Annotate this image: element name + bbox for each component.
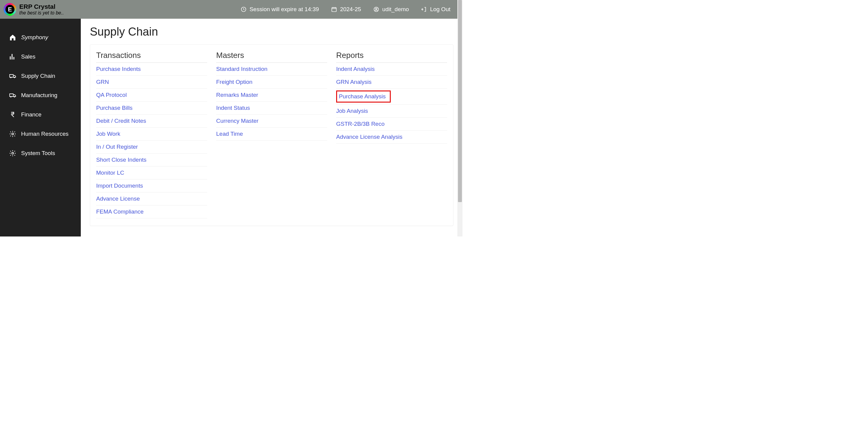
sidebar-item-label: Symphony	[21, 34, 48, 41]
link-purchase-analysis[interactable]: Purchase Analysis	[336, 89, 447, 105]
svg-point-9	[12, 152, 13, 154]
sidebar-item-symphony[interactable]: Symphony	[0, 28, 81, 47]
clock-icon	[241, 6, 247, 12]
home-icon	[9, 34, 16, 41]
sidebar-item-finance[interactable]: Finance	[0, 105, 81, 124]
link-short-close-indents[interactable]: Short Close Indents	[96, 153, 207, 167]
sidebar-item-label: Manufacturing	[21, 92, 57, 99]
link-indent-analysis[interactable]: Indent Analysis	[336, 63, 447, 76]
calendar-icon	[331, 6, 337, 12]
user-name: udit_demo	[382, 6, 409, 13]
sidebar-item-system-tools[interactable]: System Tools	[0, 144, 81, 163]
svg-point-7	[14, 96, 15, 97]
truck-icon	[9, 72, 16, 80]
bar-chart-icon	[9, 53, 16, 60]
logout-label: Log Out	[430, 6, 451, 13]
link-purchase-bills[interactable]: Purchase Bills	[96, 102, 207, 115]
link-grn-analysis[interactable]: GRN Analysis	[336, 76, 447, 89]
sidebar-item-label: System Tools	[21, 150, 55, 156]
svg-point-8	[12, 133, 13, 135]
logout-button[interactable]: Log Out	[421, 6, 451, 13]
svg-rect-1	[332, 7, 336, 11]
vertical-scrollbar[interactable]	[457, 0, 463, 236]
rupee-icon	[9, 111, 16, 118]
link-indent-status[interactable]: Indent Status	[216, 102, 327, 115]
link-standard-instruction[interactable]: Standard Instruction	[216, 63, 327, 76]
link-import-documents[interactable]: Import Documents	[96, 179, 207, 193]
highlighted-link[interactable]: Purchase Analysis	[336, 90, 391, 102]
column-transactions: TransactionsPurchase IndentsGRNQA Protoc…	[96, 50, 207, 218]
column-title: Reports	[336, 50, 447, 63]
sidebar-item-hr[interactable]: Human Resources	[0, 124, 81, 144]
brand-logo: E	[4, 3, 16, 16]
sidebar-item-manufacturing[interactable]: Manufacturing	[0, 86, 81, 105]
user-menu[interactable]: udit_demo	[373, 6, 409, 13]
link-advance-license[interactable]: Advance License	[96, 193, 207, 205]
link-grn[interactable]: GRN	[96, 76, 207, 89]
sidebar-item-label: Sales	[21, 53, 36, 60]
module-card: TransactionsPurchase IndentsGRNQA Protoc…	[90, 45, 454, 226]
column-title: Transactions	[96, 50, 207, 63]
link-gstr-2b-3b-reco[interactable]: GSTR-2B/3B Reco	[336, 118, 447, 130]
fiscal-year-text: 2024-25	[340, 6, 361, 13]
svg-point-6	[10, 96, 11, 97]
svg-point-4	[10, 77, 11, 78]
sidebar-item-sales[interactable]: Sales	[0, 47, 81, 66]
column-masters: MastersStandard InstructionFreight Optio…	[216, 50, 327, 218]
link-monitor-lc[interactable]: Monitor LC	[96, 167, 207, 179]
page-title: Supply Chain	[90, 25, 454, 38]
link-freight-option[interactable]: Freight Option	[216, 76, 327, 89]
column-title: Masters	[216, 50, 327, 63]
user-icon	[373, 6, 379, 12]
header-right: Session will expire at 14:39 2024-25 udi…	[241, 6, 451, 13]
column-reports: ReportsIndent AnalysisGRN AnalysisPurcha…	[336, 50, 447, 218]
logout-icon	[421, 6, 427, 12]
truck-icon	[9, 92, 16, 99]
link-currency-master[interactable]: Currency Master	[216, 115, 327, 127]
link-advance-license-analysis[interactable]: Advance License Analysis	[336, 130, 447, 144]
link-lead-time[interactable]: Lead Time	[216, 127, 327, 141]
gear-icon	[9, 130, 16, 138]
svg-point-5	[14, 77, 15, 78]
scrollbar-thumb[interactable]	[458, 0, 462, 202]
main-content: Supply Chain TransactionsPurchase Indent…	[81, 19, 463, 236]
svg-point-3	[375, 8, 377, 10]
link-qa-protocol[interactable]: QA Protocol	[96, 89, 207, 102]
brand-tagline: the best is yet to be..	[19, 10, 64, 16]
sidebar-item-label: Human Resources	[21, 130, 68, 137]
link-job-work[interactable]: Job Work	[96, 127, 207, 141]
session-expiry: Session will expire at 14:39	[241, 6, 319, 13]
session-expiry-text: Session will expire at 14:39	[250, 6, 319, 13]
link-purchase-indents[interactable]: Purchase Indents	[96, 63, 207, 76]
link-fema-compliance[interactable]: FEMA Compliance	[96, 205, 207, 218]
link-job-analysis[interactable]: Job Analysis	[336, 105, 447, 118]
sidebar-item-supply-chain[interactable]: Supply Chain	[0, 66, 81, 86]
sidebar: SymphonySalesSupply ChainManufacturingFi…	[0, 19, 81, 236]
brand: E ERP Crystal the best is yet to be..	[0, 3, 64, 16]
brand-name: ERP Crystal	[19, 3, 64, 10]
link-debit-credit-notes[interactable]: Debit / Credit Notes	[96, 115, 207, 127]
gear-icon	[9, 150, 16, 157]
fiscal-year[interactable]: 2024-25	[331, 6, 361, 13]
sidebar-item-label: Supply Chain	[21, 73, 55, 79]
sidebar-item-label: Finance	[21, 111, 41, 118]
link-in-out-register[interactable]: In / Out Register	[96, 141, 207, 153]
top-header: E ERP Crystal the best is yet to be.. Se…	[0, 0, 463, 19]
link-remarks-master[interactable]: Remarks Master	[216, 89, 327, 102]
